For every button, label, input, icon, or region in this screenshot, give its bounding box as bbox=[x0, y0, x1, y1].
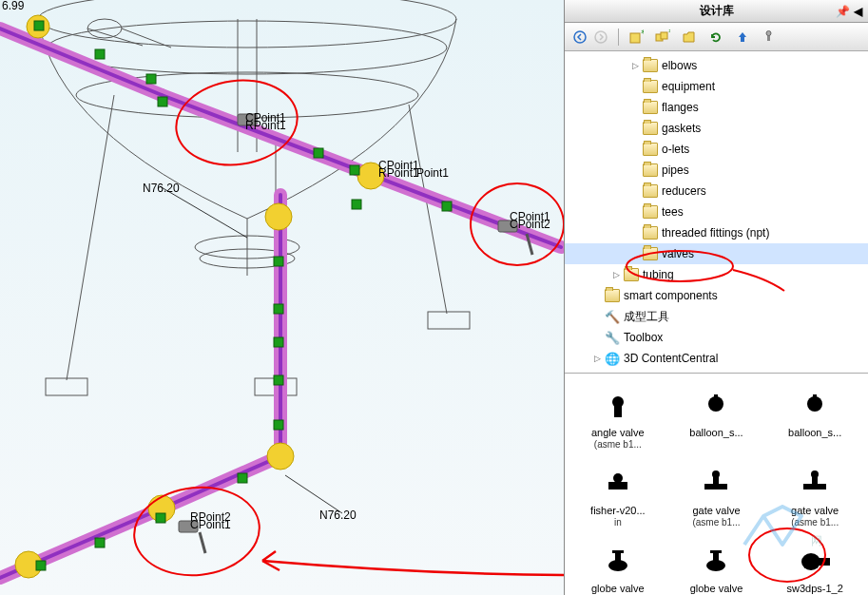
svg-rect-47 bbox=[238, 473, 247, 483]
expander-icon[interactable] bbox=[629, 102, 641, 113]
refresh-icon[interactable] bbox=[706, 28, 725, 47]
library-tree[interactable]: ▷elbowsequipmentflangesgasketso-letspipe… bbox=[565, 51, 868, 374]
folder-icon bbox=[643, 184, 658, 198]
thumb-balloon-s-[interactable]: balloon_s... bbox=[767, 383, 862, 453]
pin-icon[interactable]: 📌 bbox=[836, 5, 849, 18]
thumb-sublabel: in bbox=[614, 517, 622, 528]
svg-point-0 bbox=[38, 0, 456, 48]
tree-item-pipes[interactable]: pipes bbox=[565, 160, 868, 181]
svg-rect-49 bbox=[95, 538, 105, 547]
expander-icon[interactable] bbox=[629, 144, 641, 155]
svg-rect-89 bbox=[615, 552, 621, 562]
toolbox-icon: 🔧 bbox=[605, 330, 620, 345]
svg-text:6.99: 6.99 bbox=[2, 0, 25, 12]
folder-icon bbox=[643, 205, 658, 219]
tree-item-label: reducers bbox=[662, 184, 706, 198]
thumb-label: globe valve bbox=[690, 583, 743, 595]
thumb-label: balloon_s... bbox=[689, 427, 743, 439]
new-part-icon[interactable]: ＊ bbox=[627, 28, 646, 47]
tree-item-elbows[interactable]: ▷elbows bbox=[565, 55, 868, 76]
thumb-fisher-v20-[interactable]: fisher-v20...in bbox=[570, 461, 665, 531]
svg-rect-77 bbox=[714, 394, 718, 400]
folder-icon bbox=[643, 122, 658, 135]
tree-item-label: flanges bbox=[662, 101, 699, 114]
expander-icon[interactable] bbox=[629, 123, 641, 134]
thumb-label: globe valve bbox=[591, 583, 645, 595]
back-button[interactable] bbox=[570, 28, 589, 47]
thumb-angle-valve[interactable]: angle valve(asme b1... bbox=[570, 383, 665, 453]
tree-item-gaskets[interactable]: gaskets bbox=[565, 118, 868, 139]
folder-icon bbox=[624, 268, 639, 281]
expander-icon[interactable]: ▷ bbox=[610, 269, 622, 280]
svg-text:N76.20: N76.20 bbox=[143, 182, 180, 195]
expander-icon[interactable] bbox=[629, 206, 641, 218]
tree-item-tees[interactable]: tees bbox=[565, 202, 868, 222]
tree-item-label: 3D ContentCentral bbox=[624, 352, 718, 365]
expander-icon[interactable] bbox=[591, 332, 603, 343]
svg-line-64 bbox=[285, 475, 342, 513]
folder-icon bbox=[643, 59, 658, 72]
tree-item-label: tees bbox=[662, 205, 684, 219]
svg-text:RPoint1: RPoint1 bbox=[378, 166, 419, 180]
library-toolbar: ＊ ＊ bbox=[565, 23, 868, 51]
svg-rect-37 bbox=[158, 97, 167, 106]
svg-rect-39 bbox=[350, 165, 359, 175]
thumb-balloon-s-[interactable]: balloon_s... bbox=[669, 383, 764, 453]
valve-thumb-icon bbox=[595, 465, 641, 503]
open-folder-icon[interactable] bbox=[680, 28, 699, 47]
svg-point-25 bbox=[265, 203, 292, 230]
tree-item-3d-contentcentral[interactable]: ▷🌐3D ContentCentral bbox=[565, 348, 868, 369]
tree-item-valves[interactable]: valves bbox=[565, 243, 868, 264]
tree-item-reducers[interactable]: reducers bbox=[565, 181, 868, 202]
config-icon[interactable] bbox=[760, 28, 779, 47]
svg-line-18 bbox=[0, 29, 162, 95]
tree-item-label: o-lets bbox=[662, 143, 689, 156]
thumb-label: angle valve bbox=[591, 427, 645, 439]
expander-icon[interactable] bbox=[629, 227, 641, 239]
svg-rect-90 bbox=[612, 550, 624, 553]
tree-item-threaded-fittings-npt-[interactable]: threaded fittings (npt) bbox=[565, 222, 868, 243]
up-level-icon[interactable] bbox=[733, 28, 752, 47]
expander-icon[interactable]: ▷ bbox=[629, 60, 641, 71]
markup-arrow bbox=[247, 542, 564, 595]
tree-item-label: tubing bbox=[643, 268, 674, 281]
expander-icon[interactable] bbox=[629, 81, 641, 92]
thumb-globe-valve[interactable]: globe valve bbox=[570, 539, 665, 595]
folder-icon bbox=[605, 289, 620, 302]
tree-item-flanges[interactable]: flanges bbox=[565, 97, 868, 118]
forward-button[interactable] bbox=[591, 28, 610, 47]
tree-item-label: Toolbox bbox=[624, 331, 663, 344]
tree-item-smart-components[interactable]: smart components bbox=[565, 285, 868, 306]
tree-item-o-lets[interactable]: o-lets bbox=[565, 139, 868, 160]
tree-item-label: valves bbox=[662, 247, 694, 260]
expander-icon[interactable] bbox=[629, 164, 641, 176]
valve-thumb-icon bbox=[595, 543, 641, 581]
svg-rect-34 bbox=[34, 21, 44, 30]
folder-icon bbox=[643, 247, 658, 260]
svg-rect-42 bbox=[274, 257, 283, 266]
markup-circle-2 bbox=[470, 182, 564, 266]
expander-icon[interactable] bbox=[591, 290, 603, 301]
expander-icon[interactable] bbox=[591, 311, 603, 322]
svg-line-63 bbox=[160, 186, 247, 238]
autohide-icon[interactable]: ◀ bbox=[851, 5, 864, 18]
tree-item-tubing[interactable]: ▷tubing bbox=[565, 264, 868, 285]
new-assembly-icon[interactable]: ＊ bbox=[653, 28, 672, 47]
tree-item-label: gaskets bbox=[662, 122, 701, 135]
expander-icon[interactable] bbox=[629, 185, 641, 197]
tree-item-label: smart components bbox=[624, 289, 718, 302]
tree-item-toolbox[interactable]: 🔧Toolbox bbox=[565, 327, 868, 348]
tree-item-label: elbows bbox=[662, 59, 697, 72]
folder-icon bbox=[643, 80, 658, 93]
svg-rect-38 bbox=[314, 148, 323, 158]
cad-viewport[interactable]: CPoint1RPoint1 CPoint1RPoint1Point1 CPoi… bbox=[0, 0, 564, 595]
folder-icon bbox=[643, 163, 658, 177]
tree-item--[interactable]: 🔨成型工具 bbox=[565, 306, 868, 327]
expander-icon[interactable]: ▷ bbox=[591, 353, 603, 364]
svg-point-81 bbox=[613, 473, 623, 483]
forming-icon: 🔨 bbox=[605, 309, 620, 324]
tree-item-equipment[interactable]: equipment bbox=[565, 76, 868, 97]
svg-point-84 bbox=[712, 470, 720, 478]
tree-item-label: pipes bbox=[662, 163, 689, 177]
expander-icon[interactable] bbox=[629, 248, 641, 259]
